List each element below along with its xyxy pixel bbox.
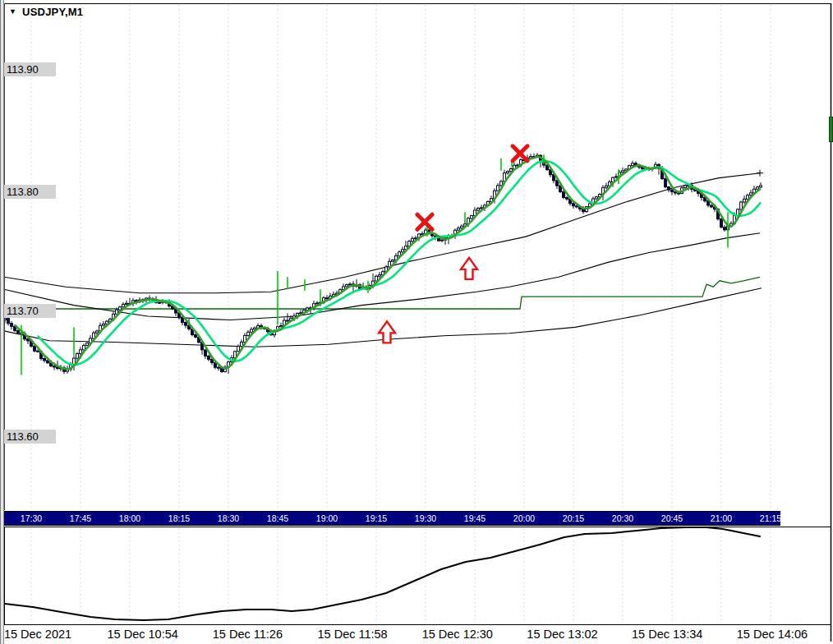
- time-axis-bar[interactable]: 17:3017:4518:0018:1518:3018:4519:0019:15…: [4, 511, 780, 526]
- candle-body: [678, 193, 680, 194]
- candle-body: [402, 250, 404, 252]
- price-axis-label: 113.60: [4, 430, 56, 444]
- candle-body: [458, 228, 460, 230]
- chart-canvas[interactable]: [0, 0, 833, 644]
- indicator-line: [5, 527, 760, 620]
- candle-body: [11, 324, 13, 327]
- step-line: [4, 277, 760, 309]
- candle-body: [665, 179, 667, 187]
- candle-body: [615, 177, 618, 177]
- candle-body: [218, 367, 220, 368]
- date-axis-label: 15 Dec 13:02: [527, 628, 597, 641]
- candle-body: [159, 302, 161, 303]
- time-axis-label: 18:00: [119, 513, 140, 523]
- date-axis-label: 15 Dec 10:54: [108, 628, 178, 641]
- candle-body: [415, 238, 417, 239]
- candle-body: [205, 350, 207, 356]
- symbol-label: USDJPY,M1: [22, 6, 83, 18]
- candle-body: [96, 331, 99, 333]
- scroll-marker[interactable]: [829, 117, 833, 142]
- candle-body: [546, 165, 549, 170]
- candle-body: [254, 328, 256, 329]
- price-axis-label: 113.90: [4, 62, 56, 76]
- candle-body: [389, 261, 391, 267]
- candle-body: [471, 216, 473, 218]
- chart-window: ▼ USDJPY,M1 113.90113.80113.70113.60 17:…: [0, 0, 833, 644]
- candle-body: [103, 324, 105, 325]
- time-axis-label: 17:30: [21, 513, 42, 523]
- candle-body: [280, 326, 283, 327]
- candle-body: [720, 219, 723, 228]
- candle-body: [316, 303, 319, 304]
- ma-slow-line: [38, 161, 761, 365]
- candle-body: [573, 204, 575, 206]
- candle-body: [461, 226, 463, 228]
- date-axis-label: 15 Dec 2021: [4, 628, 71, 641]
- time-axis-label: 20:30: [612, 513, 633, 523]
- candle-body: [375, 276, 378, 281]
- candle-body: [441, 240, 444, 241]
- candle-body: [684, 186, 687, 188]
- time-axis-label: 19:15: [366, 513, 387, 523]
- candle-body: [86, 343, 89, 346]
- candle-body: [760, 186, 762, 187]
- candle-body: [412, 238, 414, 241]
- candle-body: [119, 307, 122, 310]
- candle-body: [195, 335, 197, 338]
- price-axis-label: 113.70: [4, 304, 56, 318]
- candle-body: [596, 197, 598, 199]
- candle-body: [507, 172, 509, 173]
- candle-body: [7, 319, 10, 324]
- candle-body: [747, 196, 749, 200]
- candle-body: [497, 186, 499, 191]
- candle-body: [743, 199, 746, 202]
- candle-body: [247, 332, 250, 335]
- candle-body: [349, 284, 352, 285]
- time-axis-label: 21:15: [760, 513, 781, 523]
- candle-body: [724, 228, 726, 230]
- candle-body: [668, 187, 670, 191]
- candle-body: [605, 186, 608, 187]
- indicator-panel-border: [5, 527, 831, 625]
- candle-body: [477, 209, 480, 211]
- date-axis-label: 15 Dec 11:58: [318, 628, 388, 641]
- candle-body: [622, 171, 624, 172]
- candle-body: [556, 181, 559, 186]
- date-axis: 15 Dec 202115 Dec 10:5415 Dec 11:2615 De…: [0, 626, 833, 644]
- candle-body: [116, 310, 118, 314]
- candle-body: [122, 304, 125, 306]
- candle-body: [76, 354, 79, 359]
- time-axis-label: 20:00: [513, 513, 535, 523]
- candle-body: [237, 346, 240, 351]
- time-axis-label: 18:45: [267, 513, 288, 523]
- candle-body: [241, 342, 243, 346]
- candle-body: [392, 260, 394, 262]
- time-axis-label: 19:00: [316, 513, 338, 523]
- candle-body: [566, 198, 568, 200]
- candle-body: [750, 193, 752, 196]
- candle-body: [44, 359, 46, 361]
- candle-body: [379, 275, 381, 277]
- symbol-dropdown-icon[interactable]: ▼: [9, 8, 16, 16]
- time-axis-label: 20:45: [661, 513, 683, 523]
- candle-body: [481, 208, 483, 209]
- candle-body: [632, 163, 634, 166]
- date-axis-label: 15 Dec 12:30: [422, 628, 493, 641]
- price-axis-label: 113.80: [4, 185, 56, 199]
- candle-body: [251, 329, 253, 332]
- candle-body: [185, 322, 187, 325]
- window-left-edge: [0, 0, 4, 644]
- candle-body: [576, 206, 578, 207]
- candle-body: [287, 320, 289, 321]
- date-axis-label: 15 Dec 14:06: [737, 628, 808, 641]
- time-axis-label: 19:30: [415, 513, 436, 523]
- candle-body: [711, 205, 713, 207]
- candle-body: [17, 331, 20, 334]
- time-axis-label: 18:30: [218, 513, 239, 523]
- candle-body: [80, 350, 82, 354]
- time-axis-label: 21:00: [711, 513, 732, 523]
- candle-body: [346, 285, 348, 287]
- candle-body: [37, 351, 39, 352]
- candle-body: [208, 356, 210, 359]
- time-axis-label: 17:45: [70, 513, 91, 523]
